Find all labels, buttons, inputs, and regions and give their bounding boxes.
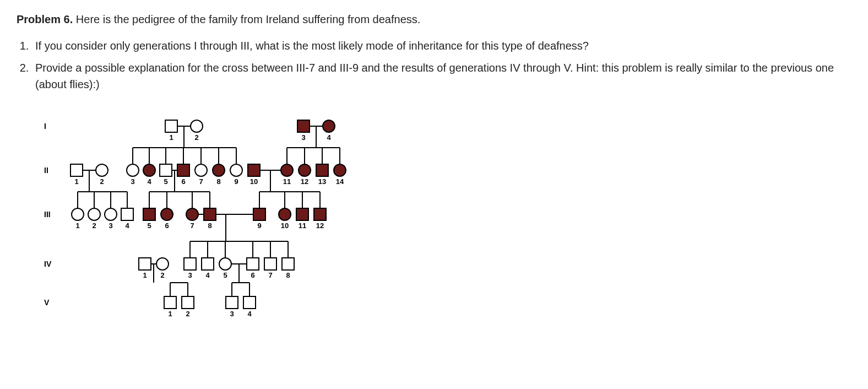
svg-text:7: 7 — [268, 271, 272, 279]
svg-text:12: 12 — [301, 177, 308, 186]
svg-text:4: 4 — [147, 177, 151, 186]
svg-text:1: 1 — [75, 221, 79, 230]
svg-text:8: 8 — [216, 177, 220, 186]
svg-point-110 — [186, 208, 198, 220]
svg-rect-128 — [202, 258, 214, 270]
svg-point-74 — [127, 164, 139, 176]
svg-rect-118 — [296, 208, 308, 220]
svg-point-98 — [72, 208, 84, 220]
svg-text:1: 1 — [169, 133, 173, 142]
svg-text:10: 10 — [250, 177, 258, 186]
svg-point-108 — [161, 208, 173, 220]
svg-text:5: 5 — [223, 271, 227, 279]
svg-text:6: 6 — [251, 271, 254, 279]
svg-text:4: 4 — [327, 133, 331, 142]
svg-rect-78 — [160, 164, 172, 176]
svg-text:7: 7 — [199, 177, 203, 186]
svg-point-92 — [299, 164, 311, 176]
svg-text:14: 14 — [336, 177, 344, 186]
svg-text:4: 4 — [205, 271, 210, 279]
svg-point-76 — [143, 164, 155, 176]
svg-text:6: 6 — [165, 221, 169, 230]
svg-text:4: 4 — [247, 310, 252, 318]
svg-text:10: 10 — [281, 221, 289, 230]
svg-point-86 — [230, 164, 242, 176]
svg-rect-66 — [297, 120, 310, 132]
svg-text:3: 3 — [188, 271, 192, 279]
svg-point-68 — [323, 120, 335, 132]
svg-text:5: 5 — [164, 177, 167, 186]
svg-text:4: 4 — [125, 221, 129, 230]
svg-rect-122 — [139, 258, 151, 270]
svg-text:5: 5 — [147, 221, 151, 230]
svg-text:V: V — [44, 298, 50, 307]
intro-text: Here is the pedigree of the family from … — [73, 13, 420, 25]
svg-text:8: 8 — [286, 271, 290, 279]
svg-rect-88 — [248, 164, 260, 176]
question-1: If you consider only generations I throu… — [32, 37, 851, 54]
svg-rect-80 — [177, 164, 189, 176]
svg-rect-104 — [121, 208, 133, 220]
svg-text:13: 13 — [318, 177, 326, 186]
svg-text:IV: IV — [44, 260, 52, 268]
svg-text:7: 7 — [190, 221, 194, 230]
svg-point-84 — [213, 164, 225, 176]
pedigree-chart: IIIIIIIVV1234123456789101112131412345678… — [33, 104, 851, 324]
svg-text:8: 8 — [208, 221, 211, 230]
svg-text:I: I — [44, 122, 46, 131]
svg-rect-126 — [184, 258, 196, 270]
svg-rect-140 — [182, 296, 194, 309]
svg-point-96 — [334, 164, 346, 176]
svg-text:1: 1 — [168, 310, 172, 318]
question-2: Provide a possible explanation for the c… — [32, 60, 851, 93]
svg-point-124 — [156, 258, 169, 270]
svg-point-72 — [96, 164, 108, 176]
svg-point-100 — [88, 208, 100, 220]
svg-rect-62 — [165, 120, 177, 132]
svg-text:6: 6 — [181, 177, 185, 186]
question-list: If you consider only generations I throu… — [17, 37, 851, 93]
problem-intro: Problem 6. Here is the pedigree of the f… — [17, 11, 851, 28]
svg-text:2: 2 — [100, 177, 104, 186]
svg-text:2: 2 — [186, 310, 189, 318]
svg-rect-106 — [143, 208, 155, 220]
svg-text:II: II — [44, 166, 48, 175]
svg-rect-136 — [282, 258, 294, 270]
svg-point-130 — [219, 258, 231, 270]
svg-text:3: 3 — [230, 310, 234, 318]
svg-text:12: 12 — [316, 221, 324, 230]
svg-point-102 — [105, 208, 117, 220]
svg-rect-112 — [204, 208, 216, 220]
svg-text:11: 11 — [283, 177, 291, 186]
svg-text:III: III — [44, 210, 51, 219]
svg-text:3: 3 — [109, 221, 112, 230]
svg-text:3: 3 — [301, 133, 305, 142]
svg-text:11: 11 — [299, 221, 306, 230]
svg-rect-114 — [253, 208, 265, 220]
pedigree-svg: IIIIIIIVV1234123456789101112131412345678… — [33, 104, 386, 324]
svg-text:9: 9 — [257, 221, 261, 230]
svg-rect-132 — [247, 258, 259, 270]
svg-text:2: 2 — [194, 133, 198, 142]
svg-point-90 — [281, 164, 293, 176]
svg-text:9: 9 — [234, 177, 238, 186]
svg-rect-70 — [70, 164, 83, 176]
svg-point-116 — [279, 208, 291, 220]
svg-rect-138 — [164, 296, 176, 309]
svg-rect-144 — [243, 296, 256, 309]
problem-label: Problem 6. — [17, 13, 73, 25]
svg-text:1: 1 — [74, 177, 78, 186]
svg-text:2: 2 — [92, 221, 96, 230]
svg-text:2: 2 — [160, 271, 164, 279]
svg-point-82 — [195, 164, 207, 176]
svg-rect-142 — [226, 296, 238, 309]
svg-text:1: 1 — [143, 271, 147, 279]
svg-rect-94 — [316, 164, 328, 176]
svg-text:3: 3 — [131, 177, 134, 186]
svg-rect-134 — [264, 258, 276, 270]
svg-point-64 — [191, 120, 203, 132]
svg-rect-120 — [314, 208, 326, 220]
